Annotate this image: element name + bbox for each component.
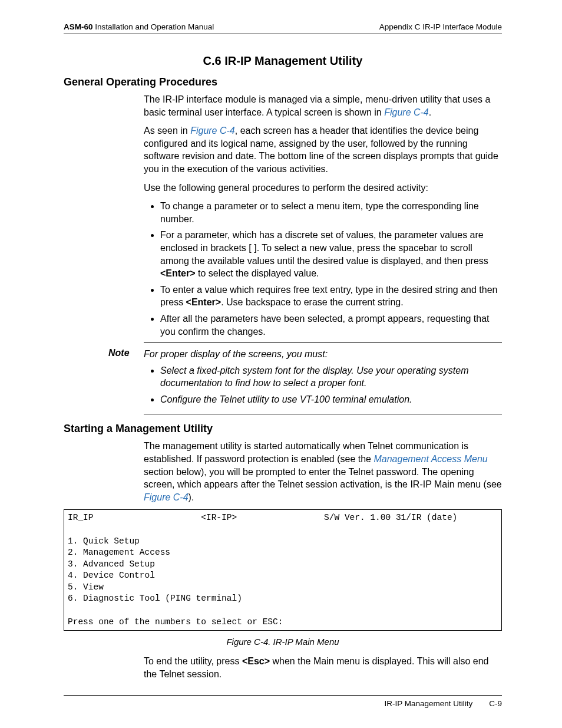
figure-link[interactable]: Figure C-4 bbox=[384, 107, 429, 117]
note-intro: For proper display of the screens, you m… bbox=[144, 349, 328, 359]
page-header: ASM-60 Installation and Operation Manual… bbox=[64, 22, 502, 34]
list-item: Select a fixed-pitch system font for the… bbox=[160, 364, 502, 390]
note-label: Note bbox=[108, 348, 144, 358]
footer-page-number: C-9 bbox=[489, 699, 502, 708]
list-item: Configure the Telnet utility to use VT-1… bbox=[160, 393, 502, 406]
note-rule-top bbox=[144, 342, 502, 343]
menu-link[interactable]: Management Access Menu bbox=[373, 454, 487, 464]
manual-title: Installation and Operation Manual bbox=[95, 22, 214, 31]
figure-link[interactable]: Figure C-4 bbox=[190, 126, 235, 136]
list-item: For a parameter, which has a discrete se… bbox=[160, 229, 502, 279]
procedure-list: To change a parameter or to select a men… bbox=[144, 200, 502, 338]
key-enter: <Enter> bbox=[186, 297, 222, 307]
text: As seen in bbox=[144, 126, 190, 136]
ending-body: To end the utility, press <Esc> when the… bbox=[144, 655, 502, 680]
list-item: To change a parameter or to select a men… bbox=[160, 200, 502, 225]
paragraph: The management utility is started automa… bbox=[144, 440, 502, 503]
product-name: ASM-60 bbox=[64, 22, 93, 31]
header-left: ASM-60 Installation and Operation Manual bbox=[64, 22, 214, 31]
page-footer: IR-IP Management Utility C-9 bbox=[64, 695, 502, 708]
key-esc: <Esc> bbox=[242, 656, 270, 666]
key-enter: <Enter> bbox=[160, 268, 196, 278]
list-item: After all the parameters have been selec… bbox=[160, 312, 502, 338]
subsection-general-title: General Operating Procedures bbox=[64, 76, 502, 88]
text: section below), you will be prompted to … bbox=[144, 467, 502, 490]
list-item: To enter a value which requires free tex… bbox=[160, 284, 502, 309]
starting-body: The management utility is started automa… bbox=[144, 440, 502, 503]
text: For a parameter, which has a discrete se… bbox=[160, 230, 488, 265]
text: ). bbox=[189, 492, 194, 502]
general-body: The IR-IP interface module is managed vi… bbox=[144, 93, 502, 338]
terminal-screenshot: IR_IP <IR-IP> S/W Ver. 1.00 31/IR (date)… bbox=[64, 509, 502, 631]
paragraph: Use the following general procedures to … bbox=[144, 182, 502, 195]
note-list: Select a fixed-pitch system font for the… bbox=[144, 364, 502, 406]
text: . Use backspace to erase the current str… bbox=[221, 297, 403, 307]
figure-link[interactable]: Figure C-4 bbox=[144, 492, 189, 502]
text: . bbox=[429, 107, 431, 117]
subsection-starting-title: Starting a Management Utility bbox=[64, 423, 502, 435]
figure-caption: Figure C-4. IR-IP Main Menu bbox=[64, 637, 502, 647]
footer-section: IR-IP Management Utility bbox=[384, 699, 472, 708]
paragraph: To end the utility, press <Esc> when the… bbox=[144, 655, 502, 680]
text: To end the utility, press bbox=[144, 656, 242, 666]
header-right: Appendix C IR-IP Interface Module bbox=[379, 22, 502, 31]
section-title: C.6 IR-IP Management Utility bbox=[64, 54, 502, 68]
note-body: For proper display of the screens, you m… bbox=[144, 348, 502, 410]
text: to select the displayed value. bbox=[196, 268, 319, 278]
note-rule-bottom bbox=[144, 414, 502, 414]
text: The IR-IP interface module is managed vi… bbox=[144, 94, 490, 117]
paragraph: The IR-IP interface module is managed vi… bbox=[144, 93, 502, 118]
paragraph: As seen in Figure C-4, each screen has a… bbox=[144, 124, 502, 175]
note-block: Note For proper display of the screens, … bbox=[64, 348, 502, 410]
